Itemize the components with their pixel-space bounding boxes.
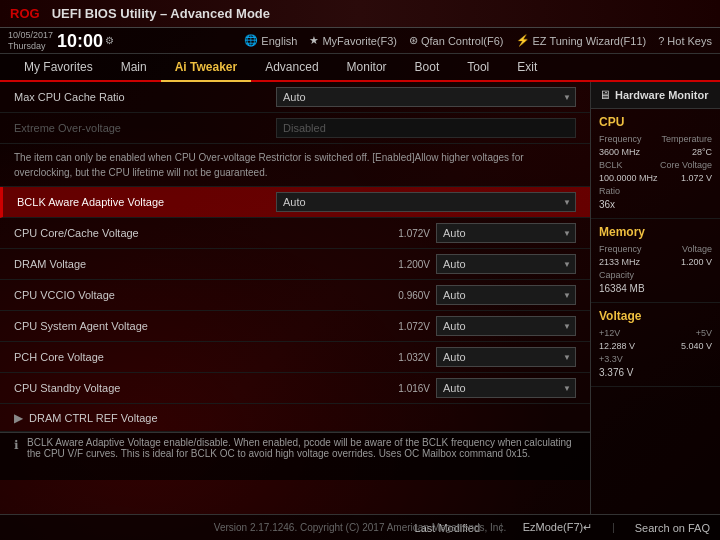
- cpu-system-agent-voltage-dropdown[interactable]: Auto: [436, 316, 576, 336]
- hw-cpu-temp-label: Temperature: [661, 134, 712, 144]
- max-cpu-cache-ratio-row[interactable]: Max CPU Cache Ratio Auto: [0, 82, 590, 113]
- tab-exit[interactable]: Exit: [503, 54, 551, 82]
- cpu-core-cache-voltage-dropdown[interactable]: Auto: [436, 223, 576, 243]
- qfan-label: Qfan Control(F6): [421, 35, 504, 47]
- pch-core-voltage-value-group: 1.032V Auto: [398, 347, 576, 367]
- search-faq-btn[interactable]: Search on FAQ: [635, 522, 710, 534]
- cpu-standby-voltage-value-group: 1.016V Auto: [398, 378, 576, 398]
- cpu-vccio-voltage-dropdown[interactable]: Auto: [436, 285, 576, 305]
- dram-ctrl-ref-voltage-row[interactable]: ▶ DRAM CTRL REF Voltage: [0, 404, 590, 432]
- language-tool[interactable]: 🌐 English: [244, 34, 297, 47]
- hw-mem-volt-value: 1.200 V: [681, 257, 712, 267]
- hw-mem-freq-label: Frequency: [599, 244, 642, 254]
- qfan-tool[interactable]: ⊛ Qfan Control(F6): [409, 34, 504, 47]
- hw-5v-label: +5V: [696, 328, 712, 338]
- hw-cpu-bclk-label: BCLK: [599, 160, 623, 170]
- bclk-adaptive-voltage-dropdown[interactable]: Auto: [276, 192, 576, 212]
- hw-cpu-freq-value: 3600 MHz: [599, 147, 640, 157]
- cpu-vccio-voltage-row[interactable]: CPU VCCIO Voltage 0.960V Auto: [0, 280, 590, 311]
- cpu-vccio-voltage-value-group: 0.960V Auto: [398, 285, 576, 305]
- datetime: 10/05/2017 Thursday: [8, 30, 53, 52]
- hw-33v-label-row: +3.3V: [599, 354, 712, 364]
- over-voltage-description-text: The item can only be enabled when CPU Ov…: [14, 152, 524, 178]
- bclk-adaptive-voltage-value-group: Auto: [276, 192, 576, 212]
- top-bar: 10/05/2017 Thursday 10:00 ⚙ 🌐 English ★ …: [0, 28, 720, 54]
- version-text: Version 2.17.1246. Copyright (C) 2017 Am…: [214, 522, 506, 533]
- day-display: Thursday: [8, 41, 53, 52]
- clock-display: 10:00: [57, 32, 103, 50]
- favorites-label: MyFavorite(F3): [322, 35, 397, 47]
- tab-advanced[interactable]: Advanced: [251, 54, 332, 82]
- hw-cpu-bclk-corevolt-values: 100.0000 MHz 1.072 V: [599, 173, 712, 183]
- hw-cpu-ratio-label: Ratio: [599, 186, 620, 196]
- favorites-tool[interactable]: ★ MyFavorite(F3): [309, 34, 397, 47]
- hw-cpu-corevolt-value: 1.072 V: [681, 173, 712, 183]
- cpu-vccio-voltage-label: CPU VCCIO Voltage: [14, 289, 214, 301]
- max-cpu-cache-ratio-value-group: Auto: [276, 87, 576, 107]
- ez-tuning-tool[interactable]: ⚡ EZ Tuning Wizard(F11): [516, 34, 647, 47]
- hw-mem-freq-value: 2133 MHz: [599, 257, 640, 267]
- tab-main[interactable]: Main: [107, 54, 161, 82]
- dram-voltage-row[interactable]: DRAM Voltage 1.200V Auto: [0, 249, 590, 280]
- hw-mem-capacity-label-row: Capacity: [599, 270, 712, 280]
- top-tools: 🌐 English ★ MyFavorite(F3) ⊛ Qfan Contro…: [244, 34, 712, 47]
- hot-keys-icon: ?: [658, 35, 664, 47]
- hot-keys-tool[interactable]: ? Hot Keys: [658, 35, 712, 47]
- tab-my-favorites[interactable]: My Favorites: [10, 54, 107, 82]
- dram-voltage-dropdown-value: Auto: [443, 258, 466, 270]
- cpu-core-cache-voltage-row[interactable]: CPU Core/Cache Voltage 1.072V Auto: [0, 218, 590, 249]
- favorites-icon: ★: [309, 34, 319, 47]
- tab-tool[interactable]: Tool: [453, 54, 503, 82]
- bottom-info-text: BCLK Aware Adaptive Voltage enable/disab…: [27, 437, 576, 459]
- ez-mode-btn[interactable]: EzMode(F7)↵: [523, 521, 593, 534]
- hw-cpu-bclk-corevolt-labels: BCLK Core Voltage: [599, 160, 712, 170]
- hw-cpu-temp-value: 28°C: [692, 147, 712, 157]
- tab-boot[interactable]: Boot: [401, 54, 454, 82]
- dram-ctrl-ref-voltage-label: DRAM CTRL REF Voltage: [29, 412, 229, 424]
- hw-cpu-ratio-value: 36x: [599, 199, 712, 210]
- cpu-standby-voltage-row[interactable]: CPU Standby Voltage 1.016V Auto: [0, 373, 590, 404]
- cpu-vccio-voltage-dropdown-value: Auto: [443, 289, 466, 301]
- hw-cpu-freq-label: Frequency: [599, 134, 642, 144]
- cpu-core-cache-voltage-value-group: 1.072V Auto: [398, 223, 576, 243]
- cpu-system-agent-voltage-dropdown-value: Auto: [443, 320, 466, 332]
- hw-cpu-freq-temp-values: 3600 MHz 28°C: [599, 147, 712, 157]
- bios-container: ROG UEFI BIOS Utility – Advanced Mode 10…: [0, 0, 720, 540]
- bclk-adaptive-voltage-row[interactable]: BCLK Aware Adaptive Voltage Auto: [0, 187, 590, 218]
- footer: Version 2.17.1246. Copyright (C) 2017 Am…: [0, 514, 720, 540]
- hw-cpu-section: CPU Frequency Temperature 3600 MHz 28°C …: [591, 109, 720, 219]
- hw-mem-freq-volt-values: 2133 MHz 1.200 V: [599, 257, 712, 267]
- hw-monitor-icon: 🖥: [599, 88, 611, 102]
- cpu-standby-voltage-label: CPU Standby Voltage: [14, 382, 214, 394]
- hw-5v-value: 5.040 V: [681, 341, 712, 351]
- clock-settings-icon[interactable]: ⚙: [105, 35, 114, 46]
- tab-ai-tweaker[interactable]: Ai Tweaker: [161, 54, 251, 82]
- pch-core-voltage-sub: 1.032V: [398, 352, 430, 363]
- pch-core-voltage-row[interactable]: PCH Core Voltage 1.032V Auto: [0, 342, 590, 373]
- pch-core-voltage-label: PCH Core Voltage: [14, 351, 214, 363]
- hw-12v-value: 12.288 V: [599, 341, 635, 351]
- bios-title: UEFI BIOS Utility – Advanced Mode: [52, 6, 270, 21]
- date-display: 10/05/2017: [8, 30, 53, 41]
- hw-12v-5v-values: 12.288 V 5.040 V: [599, 341, 712, 351]
- max-cpu-cache-ratio-dropdown[interactable]: Auto: [276, 87, 576, 107]
- hw-voltage-title: Voltage: [599, 309, 712, 323]
- dram-voltage-value-group: 1.200V Auto: [398, 254, 576, 274]
- cpu-system-agent-voltage-sub: 1.072V: [398, 321, 430, 332]
- pch-core-voltage-dropdown[interactable]: Auto: [436, 347, 576, 367]
- cpu-system-agent-voltage-label: CPU System Agent Voltage: [14, 320, 214, 332]
- cpu-system-agent-voltage-row[interactable]: CPU System Agent Voltage 1.072V Auto: [0, 311, 590, 342]
- cpu-standby-voltage-dropdown[interactable]: Auto: [436, 378, 576, 398]
- over-voltage-description: The item can only be enabled when CPU Ov…: [0, 144, 590, 187]
- cpu-system-agent-voltage-value-group: 1.072V Auto: [398, 316, 576, 336]
- rog-logo: ROG: [10, 6, 40, 21]
- bclk-adaptive-voltage-label: BCLK Aware Adaptive Voltage: [17, 196, 217, 208]
- tab-monitor[interactable]: Monitor: [333, 54, 401, 82]
- hw-monitor-title-text: Hardware Monitor: [615, 89, 709, 101]
- hw-mem-capacity-value: 16384 MB: [599, 283, 712, 294]
- title-bar: ROG UEFI BIOS Utility – Advanced Mode: [0, 0, 720, 28]
- hw-12v-label: +12V: [599, 328, 620, 338]
- hw-cpu-freq-temp-labels: Frequency Temperature: [599, 134, 712, 144]
- dram-voltage-dropdown[interactable]: Auto: [436, 254, 576, 274]
- hw-monitor-title-bar: 🖥 Hardware Monitor: [591, 82, 720, 109]
